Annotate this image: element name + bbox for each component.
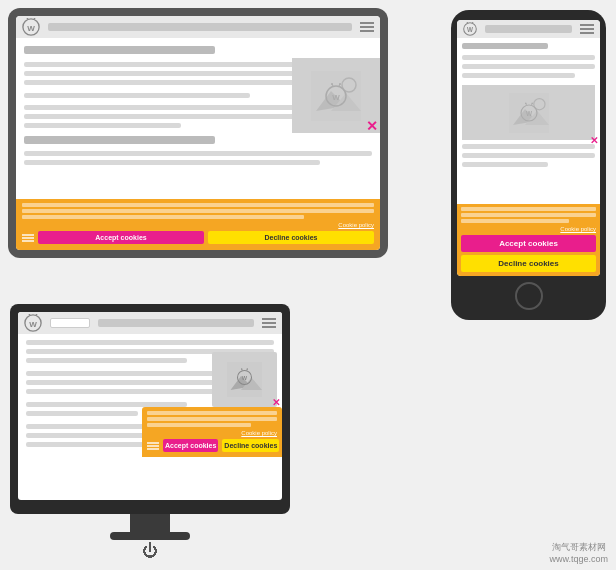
monitor-wordpress-logo-icon: W (24, 314, 42, 332)
watermark-line2: www.tqge.com (549, 553, 608, 566)
monitor-stand (130, 514, 170, 532)
tablet-device: W (8, 8, 388, 258)
tablet-close-icon[interactable]: ✕ (366, 118, 378, 134)
monitor-content: W ✕ Cookie (18, 334, 282, 457)
monitor-nav: W (18, 312, 282, 334)
monitor-popup-image: W (227, 362, 262, 397)
monitor-nav-bar (98, 319, 254, 327)
phone-cookie-text (461, 207, 596, 223)
phone-content: W (457, 38, 600, 176)
phone-cookie-banner: Cookie policy Accept cookies Decline coo… (457, 204, 600, 276)
svg-point-30 (525, 102, 527, 104)
monitor-settings-icon[interactable] (147, 442, 159, 450)
phone-home-button[interactable] (515, 282, 543, 310)
monitor-popup-close-icon[interactable]: ✕ (272, 397, 280, 408)
tablet-decline-cookies-button[interactable]: Decline cookies (208, 231, 374, 244)
monitor-hamburger-icon[interactable] (262, 318, 276, 328)
monitor-decline-cookies-button[interactable]: Decline cookies (222, 439, 279, 452)
phone-accept-cookies-button[interactable]: Accept cookies (461, 235, 596, 252)
tablet-screen: W (16, 16, 380, 250)
svg-text:W: W (242, 375, 248, 381)
tablet-cookie-buttons: Accept cookies Decline cookies (22, 231, 374, 244)
tablet-nav-bar (48, 23, 352, 31)
monitor-power-icon: ⏻ (142, 542, 158, 560)
phone-decline-cookies-button[interactable]: Decline cookies (461, 255, 596, 272)
tablet-nav: W (16, 16, 380, 38)
tablet-accept-cookies-button[interactable]: Accept cookies (38, 231, 204, 244)
cookie-settings-icon[interactable] (22, 234, 34, 242)
phone-hamburger-icon[interactable] (580, 24, 594, 34)
wordpress-logo-icon: W (22, 18, 40, 36)
monitor-cookie-link-row: Cookie policy (147, 430, 277, 436)
svg-text:W: W (27, 24, 35, 33)
phone-image-placeholder: W (462, 85, 595, 140)
svg-point-31 (531, 102, 533, 104)
phone-nav: W (457, 20, 600, 38)
phone-cookie-policy-link[interactable]: Cookie policy (560, 226, 596, 232)
tablet-cookie-text (22, 203, 374, 219)
tablet-cookie-link-row: Cookie policy (22, 222, 374, 228)
monitor-base (110, 532, 190, 540)
phone-nav-bar (485, 25, 572, 33)
monitor-screen: W (18, 312, 282, 500)
hamburger-menu-icon[interactable] (360, 22, 374, 32)
phone-wordpress-logo-icon: W (463, 22, 477, 36)
svg-point-45 (241, 368, 242, 369)
svg-text:W: W (29, 320, 37, 329)
monitor-cookie-policy-link[interactable]: Cookie policy (241, 430, 277, 436)
monitor-cookie-text (147, 411, 277, 427)
phone-screen: W (457, 20, 600, 276)
tablet-cookie-policy-link[interactable]: Cookie policy (338, 222, 374, 228)
tablet-cookie-banner: Cookie policy Accept cookies Decline coo… (16, 199, 380, 250)
svg-point-14 (331, 83, 333, 85)
svg-text:W: W (467, 26, 473, 33)
svg-text:W: W (525, 110, 532, 117)
watermark: 淘气哥素材网 www.tqge.com (549, 541, 608, 566)
phone-close-icon[interactable]: ✕ (590, 135, 598, 146)
svg-point-46 (247, 368, 248, 369)
phone-device: W (451, 10, 606, 320)
monitor-device: W (10, 304, 290, 560)
monitor-cookie-buttons: Accept cookies Decline cookies (147, 439, 277, 452)
svg-text:W: W (332, 93, 340, 102)
phone-cookie-link-row: Cookie policy (461, 226, 596, 232)
svg-point-15 (339, 83, 341, 85)
watermark-line1: 淘气哥素材网 (549, 541, 608, 554)
tablet-content: W ✕ (16, 38, 380, 175)
monitor-body: W (10, 304, 290, 514)
monitor-accept-cookies-button[interactable]: Accept cookies (163, 439, 218, 452)
